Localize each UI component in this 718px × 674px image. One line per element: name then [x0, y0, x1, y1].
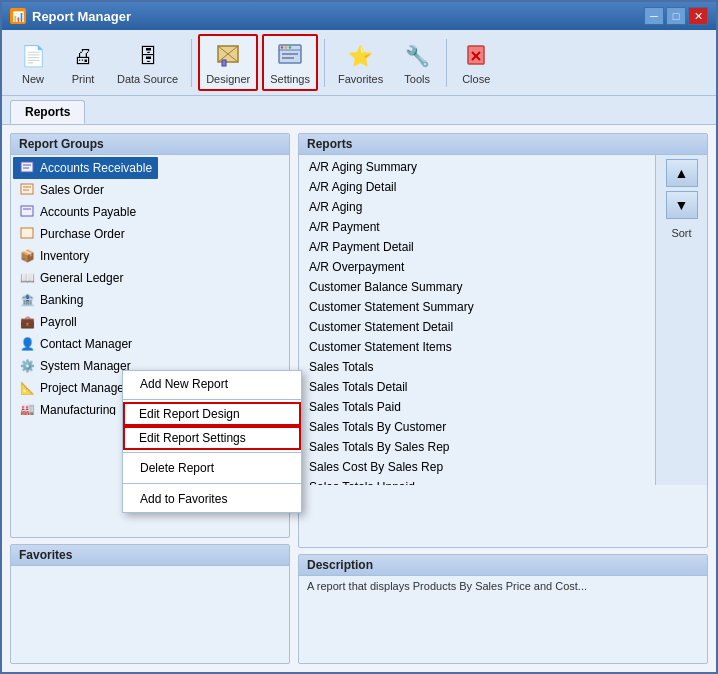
group-label-po: Purchase Order: [40, 227, 125, 241]
app-icon: 📊: [10, 8, 26, 24]
context-separator-3: [123, 483, 301, 484]
settings-button[interactable]: Settings: [262, 34, 318, 91]
designer-label: Designer: [206, 73, 250, 85]
favorites-content: [11, 566, 289, 651]
sort-up-button[interactable]: ▲: [666, 159, 698, 187]
close-toolbar-label: Close: [462, 73, 490, 85]
datasource-button[interactable]: 🗄 Data Source: [110, 35, 185, 90]
tab-bar: Reports: [2, 96, 716, 125]
toolbar-separator-2: [324, 39, 325, 87]
reports-right-header: Reports: [299, 134, 707, 155]
svg-point-6: [281, 46, 283, 48]
svg-rect-3: [222, 60, 226, 66]
report-item-r4[interactable]: A/R Payment: [301, 217, 653, 237]
sys-icon: ⚙️: [19, 358, 35, 374]
favorites-header: Favorites: [11, 545, 289, 566]
minimize-button[interactable]: ─: [644, 7, 664, 25]
report-item-r17[interactable]: Sales Totals Unpaid: [301, 477, 653, 485]
title-bar: 📊 Report Manager ─ □ ✕: [2, 2, 716, 30]
group-item-so[interactable]: Sales Order: [13, 179, 158, 201]
close-button[interactable]: ✕: [688, 7, 708, 25]
context-add-favorites[interactable]: Add to Favorites: [123, 486, 301, 512]
group-label-so: Sales Order: [40, 183, 104, 197]
maximize-button[interactable]: □: [666, 7, 686, 25]
group-item-po[interactable]: Purchase Order: [13, 223, 158, 245]
context-edit-settings[interactable]: Edit Report Settings: [123, 426, 301, 450]
reports-list[interactable]: A/R Aging Summary A/R Aging Detail A/R A…: [299, 155, 655, 485]
context-separator-1: [123, 399, 301, 400]
close-toolbar-button[interactable]: Close: [453, 35, 499, 90]
svg-point-7: [285, 46, 287, 48]
group-item-inv[interactable]: 📦 Inventory: [13, 245, 158, 267]
sort-down-button[interactable]: ▼: [666, 191, 698, 219]
new-label: New: [22, 73, 44, 85]
report-item-r6[interactable]: A/R Overpayment: [301, 257, 653, 277]
report-item-r16[interactable]: Sales Cost By Sales Rep: [301, 457, 653, 477]
print-icon: 🖨: [67, 40, 99, 72]
context-delete[interactable]: Delete Report: [123, 455, 301, 481]
favorites-button[interactable]: ⭐ Favorites: [331, 35, 390, 90]
report-item-r1[interactable]: A/R Aging Summary: [301, 157, 653, 177]
bank-icon: 🏦: [19, 292, 35, 308]
group-item-gl[interactable]: 📖 General Ledger: [13, 267, 158, 289]
svg-rect-14: [21, 162, 33, 172]
designer-button[interactable]: Designer: [198, 34, 258, 91]
context-menu: Add New Report Edit Report Design Edit R…: [122, 370, 302, 513]
tab-reports[interactable]: Reports: [10, 100, 85, 124]
main-window: 📊 Report Manager ─ □ ✕ 📄 New 🖨 Print 🗄 D…: [0, 0, 718, 674]
title-bar-left: 📊 Report Manager: [10, 8, 131, 24]
ar-icon: [19, 160, 35, 176]
print-button[interactable]: 🖨 Print: [60, 35, 106, 90]
report-item-r14[interactable]: Sales Totals By Customer: [301, 417, 653, 437]
toolbar: 📄 New 🖨 Print 🗄 Data Source Designer: [2, 30, 716, 96]
sort-area: ▲ ▼ Sort: [655, 155, 707, 485]
favorites-box: Favorites: [10, 544, 290, 664]
report-item-r8[interactable]: Customer Statement Summary: [301, 297, 653, 317]
right-panel: Reports A/R Aging Summary A/R Aging Deta…: [298, 133, 708, 664]
svg-rect-17: [21, 184, 33, 194]
report-item-r3[interactable]: A/R Aging: [301, 197, 653, 217]
report-item-r13[interactable]: Sales Totals Paid: [301, 397, 653, 417]
report-groups-header: Report Groups: [11, 134, 289, 155]
group-item-cm[interactable]: 👤 Contact Manager: [13, 333, 158, 355]
context-add-new[interactable]: Add New Report: [123, 371, 301, 397]
pay-icon: 💼: [19, 314, 35, 330]
description-header: Description: [299, 555, 707, 576]
new-icon: 📄: [17, 40, 49, 72]
ap-icon: [19, 204, 35, 220]
group-label-inv: Inventory: [40, 249, 89, 263]
new-button[interactable]: 📄 New: [10, 35, 56, 90]
group-label-cm: Contact Manager: [40, 337, 132, 351]
report-item-r9[interactable]: Customer Statement Detail: [301, 317, 653, 337]
group-item-bank[interactable]: 🏦 Banking: [13, 289, 158, 311]
group-label-ap: Accounts Payable: [40, 205, 136, 219]
report-item-r2[interactable]: A/R Aging Detail: [301, 177, 653, 197]
svg-rect-10: [282, 57, 294, 59]
report-item-r12[interactable]: Sales Totals Detail: [301, 377, 653, 397]
context-separator-2: [123, 452, 301, 453]
gl-icon: 📖: [19, 270, 35, 286]
report-item-r5[interactable]: A/R Payment Detail: [301, 237, 653, 257]
toolbar-separator-3: [446, 39, 447, 87]
group-item-pay[interactable]: 💼 Payroll: [13, 311, 158, 333]
svg-rect-22: [21, 228, 33, 238]
designer-icon: [212, 40, 244, 72]
tools-button[interactable]: 🔧 Tools: [394, 35, 440, 90]
group-item-ap[interactable]: Accounts Payable: [13, 201, 158, 223]
close-toolbar-icon: [460, 40, 492, 72]
description-content: A report that displays Products By Sales…: [299, 576, 707, 641]
report-item-r11[interactable]: Sales Totals: [301, 357, 653, 377]
report-item-r10[interactable]: Customer Statement Items: [301, 337, 653, 357]
inv-icon: 📦: [19, 248, 35, 264]
report-item-r7[interactable]: Customer Balance Summary: [301, 277, 653, 297]
group-label-sys: System Manager: [40, 359, 131, 373]
settings-icon: [274, 40, 306, 72]
group-label-gl: General Ledger: [40, 271, 123, 285]
report-item-r15[interactable]: Sales Totals By Sales Rep: [301, 437, 653, 457]
context-edit-design[interactable]: Edit Report Design: [123, 402, 301, 426]
group-item-ar[interactable]: Accounts Receivable: [13, 157, 158, 179]
favorites-icon: ⭐: [345, 40, 377, 72]
window-controls: ─ □ ✕: [644, 7, 708, 25]
toolbar-separator-1: [191, 39, 192, 87]
group-label-mfg: Manufacturing: [40, 403, 116, 415]
